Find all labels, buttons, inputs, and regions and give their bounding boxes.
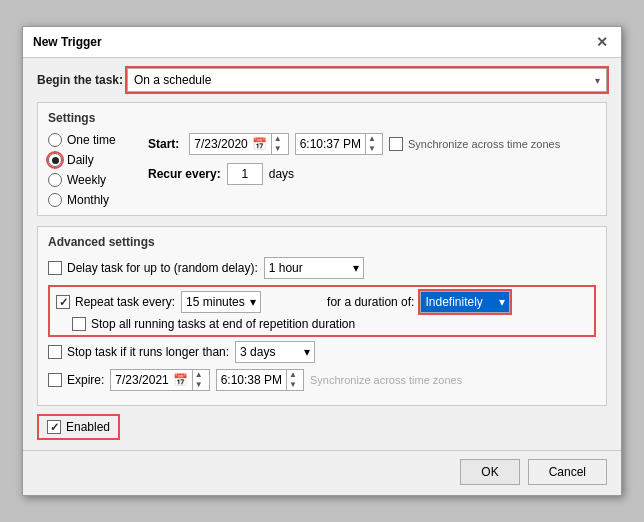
enabled-row[interactable]: Enabled	[37, 414, 120, 440]
sync-label: Synchronize across time zones	[408, 138, 560, 150]
expire-time-field[interactable]: 6:10:38 PM ▲ ▼	[216, 369, 304, 391]
radio-btn-weekly	[48, 173, 62, 187]
stop-longer-label: Stop task if it runs longer than:	[67, 345, 229, 359]
radio-weekly[interactable]: Weekly	[48, 173, 138, 187]
recur-label: Recur every:	[148, 167, 221, 181]
start-time-value: 6:10:37 PM	[300, 137, 361, 151]
expire-date-spinner[interactable]: ▲ ▼	[192, 370, 205, 390]
enabled-checkbox	[47, 420, 61, 434]
settings-section: Settings One time Daily Weekly	[37, 102, 607, 216]
start-label: Start:	[148, 137, 179, 151]
settings-title: Settings	[48, 111, 596, 125]
start-date-field[interactable]: 7/23/2020 📅 ▲ ▼	[189, 133, 288, 155]
expire-row: Expire: 7/23/2021 📅 ▲ ▼ 6:10:38 PM ▲ ▼	[48, 369, 596, 391]
begin-task-label: Begin the task:	[37, 73, 127, 87]
duration-value: Indefinitely	[425, 295, 482, 309]
title-bar: New Trigger ✕	[23, 27, 621, 58]
advanced-title: Advanced settings	[48, 235, 596, 249]
ok-button[interactable]: OK	[460, 459, 519, 485]
enabled-label: Enabled	[66, 420, 110, 434]
start-time-field[interactable]: 6:10:37 PM ▲ ▼	[295, 133, 383, 155]
repeat-checkbox-item[interactable]: Repeat task every:	[56, 295, 175, 309]
radio-one-time-label: One time	[67, 133, 116, 147]
close-button[interactable]: ✕	[593, 33, 611, 51]
expire-sync-label: Synchronize across time zones	[310, 374, 462, 386]
radio-btn-one-time	[48, 133, 62, 147]
begin-task-value: On a schedule	[134, 73, 211, 87]
expire-spinner-down-icon[interactable]: ▼	[195, 380, 203, 390]
expire-spinner-up-icon[interactable]: ▲	[195, 370, 203, 380]
delay-combo[interactable]: 1 hour ▾	[264, 257, 364, 279]
delay-row: Delay task for up to (random delay): 1 h…	[48, 257, 596, 279]
stop-checkbox	[72, 317, 86, 331]
advanced-section: Advanced settings Delay task for up to (…	[37, 226, 607, 406]
begin-task-combo[interactable]: On a schedule ▾	[127, 68, 607, 92]
repeat-row: Repeat task every: 15 minutes ▾ for a du…	[56, 291, 588, 313]
expire-time-spinner[interactable]: ▲ ▼	[286, 370, 299, 390]
radio-monthly-label: Monthly	[67, 193, 109, 207]
sync-checkbox-item[interactable]: Synchronize across time zones	[389, 137, 560, 151]
expire-time-spinner-up-icon[interactable]: ▲	[289, 370, 297, 380]
expire-date-field[interactable]: 7/23/2021 📅 ▲ ▼	[110, 369, 209, 391]
recur-unit: days	[269, 167, 294, 181]
calendar-icon: 📅	[252, 137, 267, 151]
sync-checkbox	[389, 137, 403, 151]
stop-longer-arrow-icon: ▾	[304, 345, 310, 359]
stop-label: Stop all running tasks at end of repetit…	[91, 317, 355, 331]
stop-checkbox-row: Stop all running tasks at end of repetit…	[72, 317, 588, 331]
duration-label: for a duration of:	[327, 295, 414, 309]
recur-row: Recur every: days	[148, 163, 596, 185]
schedule-radio-group: One time Daily Weekly Monthly	[48, 133, 138, 207]
stop-longer-row: Stop task if it runs longer than: 3 days…	[48, 341, 596, 363]
dialog-body: Begin the task: On a schedule ▾ Settings…	[23, 58, 621, 450]
radio-btn-monthly	[48, 193, 62, 207]
stop-longer-value: 3 days	[240, 345, 275, 359]
spinner-up-icon[interactable]: ▲	[274, 134, 282, 144]
expire-time-spinner-down-icon[interactable]: ▼	[289, 380, 297, 390]
spinner-down-icon[interactable]: ▼	[274, 144, 282, 154]
expire-label: Expire:	[67, 373, 104, 387]
duration-arrow-icon: ▾	[499, 295, 505, 309]
radio-daily-label: Daily	[67, 153, 94, 167]
delay-arrow-icon: ▾	[353, 261, 359, 275]
radio-monthly[interactable]: Monthly	[48, 193, 138, 207]
repeat-arrow-icon: ▾	[250, 295, 256, 309]
repeat-value: 15 minutes	[186, 295, 245, 309]
duration-combo[interactable]: Indefinitely ▾	[420, 291, 510, 313]
repeat-combo[interactable]: 15 minutes ▾	[181, 291, 261, 313]
start-date-value: 7/23/2020	[194, 137, 247, 151]
settings-right-panel: Start: 7/23/2020 📅 ▲ ▼ 6:10:37 PM	[148, 133, 596, 207]
delay-checkbox	[48, 261, 62, 275]
delay-checkbox-item[interactable]: Delay task for up to (random delay):	[48, 261, 258, 275]
repeat-highlighted-group: Repeat task every: 15 minutes ▾ for a du…	[48, 285, 596, 337]
dialog-footer: OK Cancel	[23, 450, 621, 495]
stop-longer-checkbox	[48, 345, 62, 359]
stop-longer-combo[interactable]: 3 days ▾	[235, 341, 315, 363]
settings-content: One time Daily Weekly Monthly	[48, 133, 596, 207]
stop-checkbox-item[interactable]: Stop all running tasks at end of repetit…	[72, 317, 355, 331]
stop-longer-checkbox-item[interactable]: Stop task if it runs longer than:	[48, 345, 229, 359]
radio-daily[interactable]: Daily	[48, 153, 138, 167]
date-spinner[interactable]: ▲ ▼	[271, 134, 284, 154]
chevron-down-icon: ▾	[595, 75, 600, 86]
expire-checkbox-item[interactable]: Expire:	[48, 373, 104, 387]
recur-input[interactable]	[227, 163, 263, 185]
time-spinner-up-icon[interactable]: ▲	[368, 134, 376, 144]
time-spinner[interactable]: ▲ ▼	[365, 134, 378, 154]
expire-calendar-icon: 📅	[173, 373, 188, 387]
repeat-label: Repeat task every:	[75, 295, 175, 309]
new-trigger-dialog: New Trigger ✕ Begin the task: On a sched…	[22, 26, 622, 496]
delay-label: Delay task for up to (random delay):	[67, 261, 258, 275]
radio-btn-daily	[48, 153, 62, 167]
start-row: Start: 7/23/2020 📅 ▲ ▼ 6:10:37 PM	[148, 133, 596, 155]
time-spinner-down-icon[interactable]: ▼	[368, 144, 376, 154]
radio-one-time[interactable]: One time	[48, 133, 138, 147]
begin-task-row: Begin the task: On a schedule ▾	[37, 68, 607, 92]
radio-weekly-label: Weekly	[67, 173, 106, 187]
cancel-button[interactable]: Cancel	[528, 459, 607, 485]
expire-date-value: 7/23/2021	[115, 373, 168, 387]
repeat-checkbox	[56, 295, 70, 309]
expire-checkbox	[48, 373, 62, 387]
expire-time-value: 6:10:38 PM	[221, 373, 282, 387]
delay-value: 1 hour	[269, 261, 303, 275]
